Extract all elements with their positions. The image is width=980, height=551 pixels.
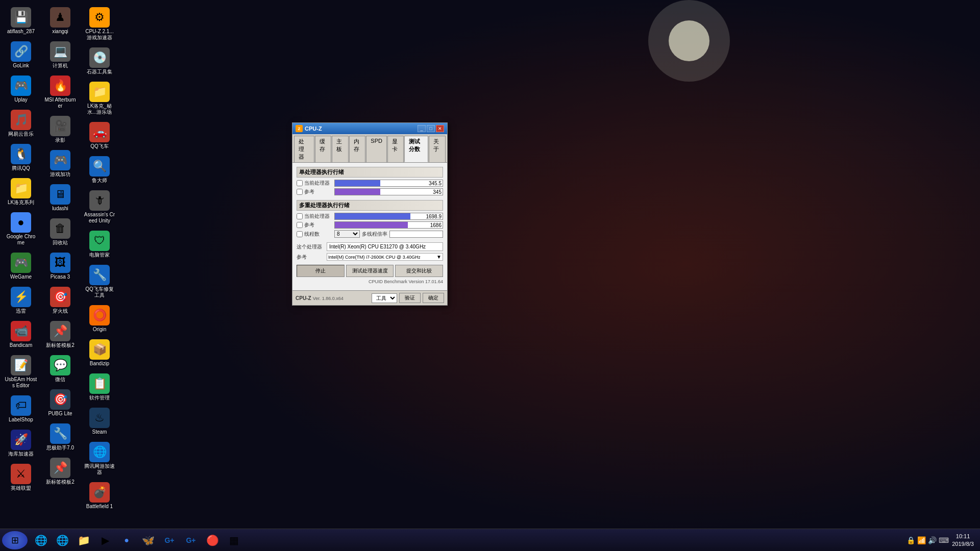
footer-buttons: 工具 验证 确定 bbox=[372, 293, 444, 303]
desktop-icon-uplay[interactable]: 🎮Uplay bbox=[3, 73, 39, 105]
desktop-icon-atiflash[interactable]: 💾atiflash_287 bbox=[3, 5, 39, 37]
tray-keyboard-icon[interactable]: ⌨ bbox=[939, 536, 949, 544]
taskbar-app8[interactable]: ▦ bbox=[224, 531, 244, 549]
desktop-icon-huishouzhan[interactable]: 🗑回收站 bbox=[42, 216, 79, 248]
desktop-icon-diandian[interactable]: 🛡电脑管家 bbox=[81, 229, 118, 260]
thread-count-label: 线程数 bbox=[297, 231, 332, 238]
compare-button[interactable]: 提交和比较 bbox=[395, 265, 443, 277]
desktop-icon-chrome[interactable]: ●Google Chrome bbox=[3, 210, 39, 248]
desktop-icon-xinbiaoji2[interactable]: 📌新标签模板2 bbox=[42, 319, 79, 350]
tab-gpu[interactable]: 显卡 bbox=[387, 136, 404, 162]
taskbar-gplus1[interactable]: G+ bbox=[159, 531, 180, 549]
icon-label-lk2: LK洛克_秘水...游乐场 bbox=[83, 103, 116, 115]
test-button[interactable]: 测试处理器速度 bbox=[346, 265, 394, 277]
desktop-icon-chuanhuohuo[interactable]: 🎯穿火线 bbox=[42, 285, 79, 316]
desktop-icon-battlefield[interactable]: 💣Battlefield 1 bbox=[81, 480, 118, 512]
tab-benchmark[interactable]: 测试分数 bbox=[404, 136, 428, 162]
multi-processor-bar-container: 1698.9 bbox=[334, 213, 443, 220]
desktop-icon-cpu_z_desktop[interactable]: ⚙CPU-Z 2.1...游戏加速器 bbox=[81, 5, 118, 43]
single-processor-checkbox[interactable] bbox=[297, 180, 303, 186]
reference-select[interactable]: Intel(M) Core(TM) i7-2600K CPU @ 3.40GHz… bbox=[327, 253, 443, 261]
icon-box-youxi: 🎮 bbox=[50, 150, 70, 170]
desktop-icon-qqche[interactable]: 🔧QQ飞车修复工具 bbox=[81, 263, 118, 300]
desktop-icon-qqfly[interactable]: 🚗QQ飞车 bbox=[81, 120, 118, 152]
taskbar-app7[interactable]: 🔴 bbox=[202, 531, 223, 549]
desktop-icon-bandizip[interactable]: 📦Bandizip bbox=[81, 337, 118, 369]
bench-buttons: 停止 测试处理器速度 提交和比较 bbox=[297, 265, 443, 277]
icon-box-wegame: 🎮 bbox=[11, 253, 31, 273]
desktop-icon-ludashi[interactable]: 🖥ludashi bbox=[42, 182, 79, 214]
icon-box-sijizhu: 🔧 bbox=[50, 423, 70, 444]
multi-processor-checkbox[interactable] bbox=[297, 213, 303, 219]
thread-count-checkbox[interactable] bbox=[297, 231, 303, 237]
multi-reference-checkbox[interactable] bbox=[297, 222, 303, 228]
cpuz-content: 单处理器执行行绪 当前处理器 345.5 参考 345 多重处理器执行行绪 bbox=[292, 163, 447, 290]
taskbar-app5[interactable]: 🦋 bbox=[138, 531, 158, 549]
taskbar-media[interactable]: ▶ bbox=[95, 531, 115, 549]
desktop-icon-picasa[interactable]: 🖼Picasa 3 bbox=[42, 251, 79, 282]
desktop-icon-jisuan[interactable]: 💻计算机 bbox=[42, 39, 79, 71]
tab-cache[interactable]: 缓存 bbox=[315, 136, 332, 162]
desktop-icon-lk[interactable]: 📁LK洛克系列 bbox=[3, 176, 39, 208]
icon-box-labelshop: 🏷 bbox=[11, 395, 31, 416]
desktop-icon-tencentqq[interactable]: 🐧腾讯QQ bbox=[3, 142, 39, 173]
icon-label-msi: MSI Afterburner bbox=[44, 97, 77, 109]
desktop-icon-origin[interactable]: ⭕Origin bbox=[81, 303, 118, 335]
desktop-icon-steam[interactable]: ♨Steam bbox=[81, 406, 118, 437]
tray-volume-icon[interactable]: 🔊 bbox=[928, 536, 937, 544]
minimize-button[interactable]: _ bbox=[418, 125, 426, 132]
desktop-icon-labelshop[interactable]: 🏷LabelShop bbox=[3, 393, 39, 425]
desktop-icon-luying[interactable]: 🎥录影 bbox=[42, 114, 79, 145]
cpuid-version: CPUID Benchmark Version 17.01.64 bbox=[297, 279, 443, 284]
tab-processor[interactable]: 处理器 bbox=[294, 136, 314, 162]
maximize-button[interactable]: □ bbox=[427, 125, 435, 132]
icon-box-steam_tool: 🚀 bbox=[11, 430, 31, 450]
desktop-icon-wangyiyun[interactable]: 🎵网易云音乐 bbox=[3, 108, 39, 139]
desktop-icon-assassin[interactable]: 🗡Assassin's Creed Unity bbox=[81, 188, 118, 226]
desktop-icon-bandicam[interactable]: 📹Bandicam bbox=[3, 319, 39, 350]
taskbar-folder[interactable]: 📁 bbox=[74, 531, 94, 549]
desktop-icon-msi[interactable]: 🔥MSI Afterburner bbox=[42, 73, 79, 111]
desktop-icon-lk2[interactable]: 📁LK洛克_秘水...游乐场 bbox=[81, 80, 118, 117]
verify-button[interactable]: 验证 bbox=[399, 293, 421, 303]
taskbar-ie[interactable]: 🌐 bbox=[52, 531, 72, 549]
desktop-icon-xunlei[interactable]: ⚡迅雷 bbox=[3, 285, 39, 316]
stop-button[interactable]: 停止 bbox=[297, 265, 345, 277]
desktop-icon-xinbiaoji[interactable]: 📌新标签模板2 bbox=[42, 456, 79, 487]
system-clock[interactable]: 10:11 2019/8/3 bbox=[952, 533, 974, 547]
desktop-icon-ruanjian[interactable]: 📋软件管理 bbox=[81, 371, 118, 403]
clock-date: 2019/8/3 bbox=[952, 540, 974, 547]
taskbar-explorer[interactable]: 🌐 bbox=[31, 531, 51, 549]
desktop-icon-xiangqi[interactable]: ♟xiangqi bbox=[42, 5, 79, 37]
desktop-icon-golink[interactable]: 🔗GoLink bbox=[3, 39, 39, 71]
icon-label-bandicam: Bandicam bbox=[10, 342, 32, 348]
desktop-icon-weixin[interactable]: 💬微信 bbox=[42, 353, 79, 385]
desktop-icon-usbhosts[interactable]: 📝UsbEAm Hosts Editor bbox=[3, 353, 39, 391]
single-reference-checkbox[interactable] bbox=[297, 189, 303, 195]
start-button[interactable]: ⊞ bbox=[2, 531, 28, 549]
icon-label-labelshop: LabelShop bbox=[9, 417, 33, 423]
desktop-icon-yingxionglianmeng[interactable]: ⚔英雄联盟 bbox=[3, 462, 39, 493]
desktop-icon-youxi[interactable]: 🎮游戏加功 bbox=[42, 148, 79, 180]
thread-count-select[interactable]: 8 bbox=[334, 230, 360, 238]
taskbar-chrome[interactable]: ● bbox=[116, 531, 137, 549]
single-processor-label: 当前处理器 bbox=[297, 180, 332, 187]
taskbar-gplus2[interactable]: G+ bbox=[181, 531, 201, 549]
desktop-icon-wegame[interactable]: 🎮WeGame bbox=[3, 251, 39, 282]
desktop-icon-dami[interactable]: 🔍鲁大师 bbox=[81, 154, 118, 186]
ok-button[interactable]: 确定 bbox=[423, 293, 444, 303]
desktop-icon-pubg[interactable]: 🎯PUBG Lite bbox=[42, 387, 79, 419]
close-button[interactable]: ✕ bbox=[436, 125, 444, 132]
tray-lock-icon[interactable]: 🔒 bbox=[906, 536, 915, 544]
tab-about[interactable]: 关于 bbox=[429, 136, 446, 162]
desktop-icon-yingpan[interactable]: 💿石器工具集 bbox=[81, 45, 118, 77]
tray-network-icon[interactable]: 📶 bbox=[917, 536, 926, 544]
tab-spd[interactable]: SPD bbox=[366, 136, 387, 162]
tab-mainboard[interactable]: 主板 bbox=[332, 136, 349, 162]
desktop-icon-sijizhu[interactable]: 🔧思极助手7.0 bbox=[42, 421, 79, 453]
desktop-icon-steam_tool[interactable]: 🚀海库加速器 bbox=[3, 428, 39, 459]
tools-select[interactable]: 工具 bbox=[372, 293, 397, 303]
tab-memory[interactable]: 内存 bbox=[349, 136, 366, 162]
window-controls: _ □ ✕ bbox=[418, 125, 444, 132]
desktop-icon-tencentgame[interactable]: 🌐腾讯网游加速器 bbox=[81, 440, 118, 478]
